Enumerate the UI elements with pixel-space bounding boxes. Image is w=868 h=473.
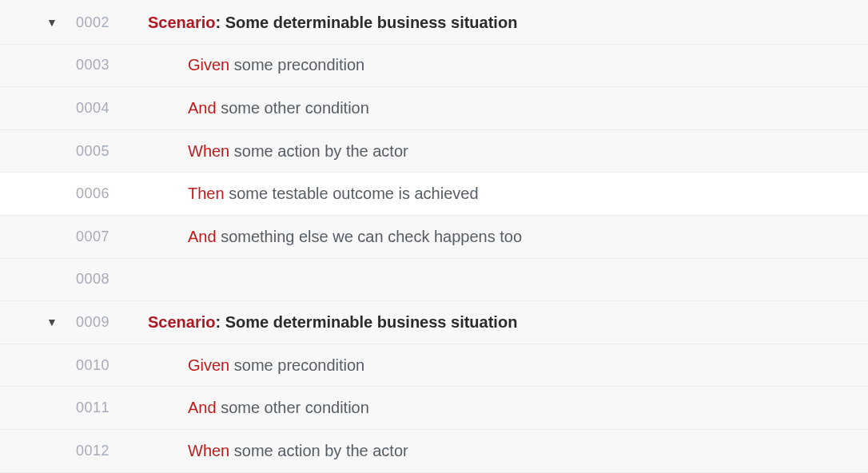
code-line[interactable]: 0012When some action by the actor [0, 430, 868, 473]
code-editor[interactable]: ▼0002Scenario: Some determinable busines… [0, 0, 868, 473]
gutter: ▼0009 [0, 314, 72, 331]
line-content[interactable]: And some other condition [72, 99, 868, 117]
line-number: 0003 [44, 57, 109, 74]
gutter: 0011 [0, 399, 72, 416]
line-content[interactable]: Scenario: Some determinable business sit… [72, 14, 868, 32]
gutter: ▼0002 [0, 14, 72, 31]
gutter: 0008 [0, 271, 72, 288]
code-line[interactable]: 0005When some action by the actor [0, 130, 868, 173]
step-text: some action by the actor [229, 142, 408, 161]
code-line[interactable]: ▼0009Scenario: Some determinable busines… [0, 301, 868, 344]
line-number: 0004 [44, 100, 109, 117]
step-text: some other condition [217, 399, 369, 417]
line-content[interactable]: Given some precondition [72, 356, 868, 375]
gutter: 0003 [0, 57, 72, 74]
code-line[interactable]: 0006Then some testable outcome is achiev… [0, 173, 868, 216]
gutter: 0005 [0, 143, 72, 160]
gutter: 0007 [0, 229, 72, 245]
line-number: 0007 [44, 229, 109, 245]
scenario-title: Some determinable business situation [225, 313, 518, 332]
step-text: some other condition [217, 99, 369, 117]
gutter: 0006 [0, 185, 72, 202]
step-text: something else we can check happens too [217, 228, 522, 246]
keyword-step: Given [188, 56, 229, 74]
line-content[interactable]: Scenario: Some determinable business sit… [72, 313, 868, 332]
line-content[interactable]: When some action by the actor [72, 442, 868, 460]
code-line[interactable]: 0008 [0, 259, 868, 302]
keyword-step: And [188, 99, 217, 117]
fold-toggle-icon[interactable]: ▼ [46, 17, 58, 28]
gutter: 0004 [0, 100, 72, 117]
code-line[interactable]: 0010Given some precondition [0, 344, 868, 388]
line-number: 0012 [44, 443, 109, 459]
keyword-step: Then [188, 185, 225, 203]
step-text: some precondition [229, 356, 364, 375]
line-content[interactable]: And something else we can check happens … [72, 228, 868, 246]
code-line[interactable]: 0007And something else we can check happ… [0, 216, 868, 259]
keyword-step: And [188, 228, 217, 246]
line-number: 0005 [44, 143, 109, 160]
line-content[interactable]: Given some precondition [72, 56, 868, 74]
scenario-title: Some determinable business situation [225, 14, 518, 32]
step-text: some precondition [229, 56, 364, 74]
keyword-step: When [188, 442, 229, 460]
code-line[interactable]: ▼0002Scenario: Some determinable busines… [0, 2, 868, 45]
scenario-colon: : [215, 313, 225, 332]
keyword-scenario: Scenario [148, 14, 215, 32]
step-text: some action by the actor [229, 442, 408, 460]
code-line[interactable]: 0003Given some precondition [0, 45, 868, 88]
step-text: some testable outcome is achieved [225, 185, 479, 203]
code-line[interactable]: 0011And some other condition [0, 387, 868, 430]
line-content[interactable]: Then some testable outcome is achieved [72, 185, 868, 203]
keyword-step: When [188, 142, 229, 161]
gutter: 0010 [0, 357, 72, 374]
line-number: 0010 [44, 357, 109, 374]
line-content[interactable]: And some other condition [72, 399, 868, 417]
line-number: 0008 [44, 271, 109, 288]
keyword-scenario: Scenario [148, 313, 215, 332]
line-number: 0011 [44, 399, 109, 416]
line-number: 0006 [44, 185, 109, 202]
keyword-step: Given [188, 356, 229, 375]
scenario-colon: : [215, 14, 225, 32]
code-line[interactable]: 0004And some other condition [0, 87, 868, 130]
line-content[interactable]: When some action by the actor [72, 142, 868, 161]
keyword-step: And [188, 399, 217, 417]
gutter: 0012 [0, 443, 72, 459]
fold-toggle-icon[interactable]: ▼ [46, 316, 58, 328]
